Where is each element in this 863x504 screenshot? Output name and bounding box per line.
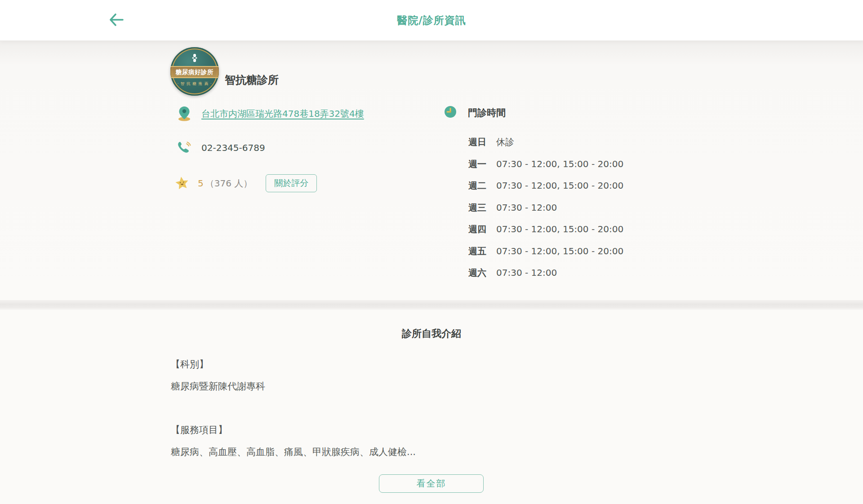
day-label: 週日 xyxy=(468,136,489,148)
clinic-name: 智抗糖診所 xyxy=(225,73,279,87)
time-value: 休診 xyxy=(496,136,514,148)
see-all-button[interactable]: 看全部 xyxy=(379,474,484,493)
department-text: 糖尿病暨新陳代謝專科 xyxy=(171,380,265,393)
hours-header: 門診時間 xyxy=(444,106,506,120)
time-value: 07:30 - 12:00, 15:00 - 20:00 xyxy=(496,158,623,170)
time-value: 07:30 - 12:00 xyxy=(496,267,557,279)
day-label: 週一 xyxy=(468,158,489,170)
hours-row-wednesday: 週三 07:30 - 12:00 xyxy=(468,202,623,214)
intro-title: 診所自我介紹 xyxy=(0,327,863,340)
day-label: 週四 xyxy=(468,223,489,235)
clinic-logo-badge: 糖尿病好診所 · 智 抗 糖 推 薦 · xyxy=(170,47,219,96)
badge-glyph-icon xyxy=(170,53,219,63)
services-text: 糖尿病、高血壓、高血脂、痛風、甲狀腺疾病、成人健檢... xyxy=(171,446,416,458)
time-value: 07:30 - 12:00, 15:00 - 20:00 xyxy=(496,223,623,235)
badge-main-text: 糖尿病好診所 xyxy=(170,66,219,78)
day-label: 週三 xyxy=(468,202,489,214)
hours-row-thursday: 週四 07:30 - 12:00, 15:00 - 20:00 xyxy=(468,223,623,235)
star-rating-icon xyxy=(174,174,190,192)
clock-icon xyxy=(444,106,457,120)
location-pin-icon xyxy=(177,106,192,122)
phone-row: 02-2345-6789 xyxy=(177,141,265,155)
rating-count: （376 人） xyxy=(205,177,253,190)
hours-row-saturday: 週六 07:30 - 12:00 xyxy=(468,267,623,279)
time-value: 07:30 - 12:00 xyxy=(496,202,557,214)
clinic-info-section: 糖尿病好診所 · 智 抗 糖 推 薦 · 智抗糖診所 台北市内湖區瑞光路478巷… xyxy=(0,40,863,300)
hours-title: 門診時間 xyxy=(468,106,506,119)
phone-number[interactable]: 02-2345-6789 xyxy=(201,142,265,153)
hours-row-friday: 週五 07:30 - 12:00, 15:00 - 20:00 xyxy=(468,245,623,257)
hours-list: 週日 休診 週一 07:30 - 12:00, 15:00 - 20:00 週二… xyxy=(468,136,623,289)
address-link[interactable]: 台北市内湖區瑞光路478巷18弄32號4樓 xyxy=(201,108,364,120)
time-value: 07:30 - 12:00, 15:00 - 20:00 xyxy=(496,180,623,192)
day-label: 週五 xyxy=(468,245,489,257)
time-value: 07:30 - 12:00, 15:00 - 20:00 xyxy=(496,245,623,257)
rating-row: 5 （376 人） 關於評分 xyxy=(174,174,317,192)
badge-sub-text: · 智 抗 糖 推 薦 · xyxy=(170,81,219,87)
address-row: 台北市内湖區瑞光路478巷18弄32號4樓 xyxy=(177,106,364,122)
about-rating-button[interactable]: 關於評分 xyxy=(266,174,317,192)
day-label: 週六 xyxy=(468,267,489,279)
services-label: 【服務項目】 xyxy=(171,424,227,436)
department-label: 【科別】 xyxy=(171,358,209,371)
hours-row-tuesday: 週二 07:30 - 12:00, 15:00 - 20:00 xyxy=(468,180,623,192)
page-title: 醫院/診所資訊 xyxy=(0,0,863,40)
phone-icon xyxy=(177,141,192,155)
rating-score: 5 xyxy=(198,178,204,189)
section-divider xyxy=(0,300,863,310)
hours-row-monday: 週一 07:30 - 12:00, 15:00 - 20:00 xyxy=(468,158,623,170)
clinic-intro-section: 診所自我介紹 【科別】 糖尿病暨新陳代謝專科 【服務項目】 糖尿病、高血壓、高血… xyxy=(0,310,863,504)
hours-row-sunday: 週日 休診 xyxy=(468,136,623,148)
header-bar: 醫院/診所資訊 xyxy=(0,0,863,40)
day-label: 週二 xyxy=(468,180,489,192)
